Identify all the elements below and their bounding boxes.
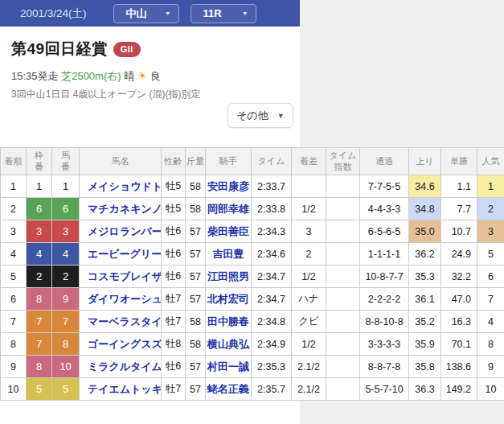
horse-name-link[interactable]: マーベラスタイマー bbox=[88, 315, 162, 327]
passing-order-cell: 3-3-3-3 bbox=[360, 333, 409, 356]
jockey-cell: 安田康彦 bbox=[206, 175, 252, 198]
col-header-speed-index: タイム 指数 bbox=[326, 148, 360, 175]
col-header-finish-position: 着順 bbox=[1, 148, 27, 175]
chevron-down-icon: ▼ bbox=[242, 10, 248, 17]
passing-order-cell: 8-8-7-8 bbox=[360, 356, 409, 378]
horse-name-link[interactable]: コスモブレイザー bbox=[88, 270, 162, 282]
time-cell: 2:34.7 bbox=[252, 266, 292, 288]
passing-order-cell: 1-1-1-1 bbox=[360, 243, 409, 266]
horse-name-cell: マチカネキンノホシ bbox=[80, 198, 162, 220]
win-odds-cell: 1.1 bbox=[441, 175, 477, 198]
horse-name-cell: エービーグリード bbox=[80, 243, 162, 266]
margin-cell: ハナ bbox=[292, 288, 326, 311]
horse-name-link[interactable]: エービーグリード bbox=[88, 248, 162, 260]
jockey-cell: 北村宏司 bbox=[206, 288, 252, 311]
jockey-cell: 岡部幸雄 bbox=[206, 198, 252, 220]
horse-name-link[interactable]: マチカネキンノホシ bbox=[88, 203, 162, 215]
time-cell: 2:33.8 bbox=[252, 198, 292, 220]
jockey-link[interactable]: 安田康彦 bbox=[207, 180, 249, 192]
jockey-link[interactable]: 蛯名正義 bbox=[207, 383, 249, 395]
jockey-link[interactable]: 横山典弘 bbox=[207, 338, 249, 350]
speed-index-cell bbox=[326, 198, 360, 220]
jockey-link[interactable]: 村田一誠 bbox=[207, 360, 249, 373]
time-cell: 2:33.7 bbox=[252, 175, 292, 198]
frame-number-cell: 5 bbox=[27, 378, 52, 401]
jockey-link[interactable]: 岡部幸雄 bbox=[207, 203, 249, 215]
horse-name-link[interactable]: ミラクルタイム bbox=[88, 360, 162, 373]
col-header-win-odds: 単勝 bbox=[441, 148, 477, 175]
passing-order-cell: 4-4-3-3 bbox=[360, 198, 409, 220]
horse-name-cell: テイエムトッキュー bbox=[80, 378, 162, 401]
win-odds-cell: 47.0 bbox=[441, 288, 477, 311]
horse-name-link[interactable]: テイエムトッキュー bbox=[88, 383, 162, 395]
win-odds-cell: 10.7 bbox=[441, 220, 477, 243]
margin-cell: クビ bbox=[292, 311, 326, 333]
result-row: 111メイショウドトウ牡558安田康彦2:33.77-7-5-534.61.11 bbox=[1, 175, 504, 198]
col-header-passing-order: 通過 bbox=[360, 148, 409, 175]
race-select[interactable]: 11R ▼ bbox=[191, 4, 256, 23]
last-3f-cell: 34.8 bbox=[409, 198, 441, 220]
finish-position-cell: 2 bbox=[1, 198, 27, 220]
horse-number-cell: 8 bbox=[52, 333, 80, 356]
jockey-cell: 田中勝春 bbox=[206, 311, 252, 333]
course-distance: 芝2500m(右) bbox=[61, 70, 121, 82]
time-cell: 2:34.6 bbox=[252, 243, 292, 266]
jockey-link[interactable]: 北村宏司 bbox=[207, 293, 249, 305]
popularity-cell: 10 bbox=[477, 378, 504, 401]
horse-number-cell: 4 bbox=[52, 243, 80, 266]
other-menu-button[interactable]: その他 ▼ bbox=[227, 103, 293, 128]
jockey-link[interactable]: 吉田豊 bbox=[213, 248, 244, 260]
col-header-last-3f: 上り bbox=[409, 148, 441, 175]
last-3f-cell: 35.2 bbox=[409, 311, 441, 333]
weight-cell: 58 bbox=[186, 198, 206, 220]
win-odds-cell: 149.2 bbox=[441, 378, 477, 401]
margin-cell: 3 bbox=[292, 220, 326, 243]
jockey-link[interactable]: 田中勝春 bbox=[207, 315, 249, 327]
speed-index-cell bbox=[326, 356, 360, 378]
horse-number-cell: 2 bbox=[52, 266, 80, 288]
results-table-container: 着順枠 番馬 番馬名性齢斤量騎手タイム着差タイム 指数通過上り単勝人気 111メ… bbox=[0, 147, 504, 401]
last-3f-cell: 35.3 bbox=[409, 266, 441, 288]
result-row: 333メジロランバート牡657柴田善臣2:34.336-5-6-535.010.… bbox=[1, 220, 504, 243]
last-3f-cell: 35.8 bbox=[409, 356, 441, 378]
result-row: 1055テイエムトッキュー牡757蛯名正義2:35.72.1/25-5-7-10… bbox=[1, 378, 504, 401]
other-menu-label: その他 bbox=[236, 109, 268, 123]
finish-position-cell: 8 bbox=[1, 333, 27, 356]
time-cell: 2:34.9 bbox=[252, 333, 292, 356]
jockey-cell: 村田一誠 bbox=[206, 356, 252, 378]
speed-index-cell bbox=[326, 378, 360, 401]
horse-name-link[interactable]: ゴーイングスズカ bbox=[88, 338, 162, 350]
weight-cell: 57 bbox=[186, 288, 206, 311]
frame-number-cell: 8 bbox=[27, 288, 52, 311]
popularity-cell: 9 bbox=[477, 356, 504, 378]
top-bar: 2001/3/24(土) 中山 ▼ 11R ▼ bbox=[0, 0, 300, 27]
jockey-link[interactable]: 柴田善臣 bbox=[207, 225, 249, 237]
horse-name-cell: マーベラスタイマー bbox=[80, 311, 162, 333]
speed-index-cell bbox=[326, 311, 360, 333]
sex-age-cell: 牡7 bbox=[162, 378, 186, 401]
margin-cell: 2.1/2 bbox=[292, 378, 326, 401]
weight-cell: 57 bbox=[186, 266, 206, 288]
frame-number-cell: 8 bbox=[27, 356, 52, 378]
horse-name-link[interactable]: メジロランバート bbox=[88, 225, 162, 237]
speed-index-cell bbox=[326, 243, 360, 266]
time-cell: 2:35.7 bbox=[252, 378, 292, 401]
weight-cell: 57 bbox=[186, 378, 206, 401]
result-row: 777マーベラスタイマー牡758田中勝春2:34.8クビ8-8-10-835.2… bbox=[1, 311, 504, 333]
passing-order-cell: 6-5-6-5 bbox=[360, 220, 409, 243]
horse-number-cell: 6 bbox=[52, 198, 80, 220]
col-header-frame-number: 枠 番 bbox=[27, 148, 52, 175]
horse-name-link[interactable]: ダイワオーシュウ bbox=[88, 293, 162, 305]
sex-age-cell: 牡7 bbox=[162, 288, 186, 311]
win-odds-cell: 16.3 bbox=[441, 311, 477, 333]
weight-cell: 57 bbox=[186, 243, 206, 266]
result-row: 9810ミラクルタイム牡657村田一誠2:35.32.1/28-8-7-835.… bbox=[1, 356, 504, 378]
horse-name-link[interactable]: メイショウドトウ bbox=[88, 180, 162, 192]
win-odds-cell: 24.9 bbox=[441, 243, 477, 266]
track-select[interactable]: 中山 ▼ bbox=[113, 4, 179, 23]
jockey-link[interactable]: 江田照男 bbox=[207, 270, 249, 282]
sex-age-cell: 牡5 bbox=[162, 175, 186, 198]
last-3f-cell: 35.9 bbox=[409, 333, 441, 356]
sex-age-cell: 牡6 bbox=[162, 266, 186, 288]
last-3f-cell: 36.1 bbox=[409, 288, 441, 311]
